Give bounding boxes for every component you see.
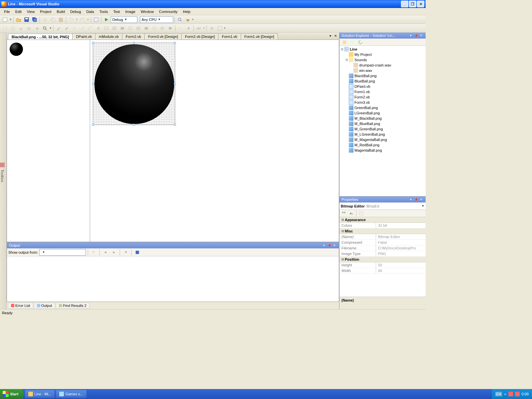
- tree-file[interactable]: BlueBall.png: [340, 78, 425, 84]
- size-large-button[interactable]: [185, 25, 192, 32]
- properties-object-selector[interactable]: Bitmap EditorIBmpEd ▼: [339, 202, 426, 210]
- output-source-dropdown[interactable]: ▼: [39, 249, 86, 256]
- spray-tool[interactable]: [71, 25, 78, 32]
- paste-button[interactable]: [57, 16, 65, 23]
- output-prev-button[interactable]: ◂: [102, 249, 109, 256]
- brush-tool[interactable]: [63, 25, 70, 32]
- tree-file[interactable]: M_RedBall.png: [340, 142, 425, 148]
- rect-fill-tool[interactable]: [119, 25, 126, 32]
- output-next-button[interactable]: ▸: [110, 249, 118, 256]
- close-button[interactable]: ✕: [417, 1, 424, 7]
- image-canvas[interactable]: [93, 43, 175, 125]
- tree-file[interactable]: MagentaBall.png: [340, 148, 425, 153]
- toolbox-button[interactable]: [184, 16, 192, 23]
- zoom-tool[interactable]: [41, 25, 49, 32]
- tree-file[interactable]: LGreenBall.png: [340, 110, 425, 116]
- solution-properties-button[interactable]: [341, 39, 348, 46]
- tree-file[interactable]: M_BlackBall.png: [340, 116, 425, 121]
- doctab-form2-design[interactable]: Form2.vb [Design]: [181, 33, 218, 40]
- tree-sound-file[interactable]: win.wav: [340, 68, 425, 73]
- props-cat-appearance[interactable]: ⊟Appearance: [339, 217, 426, 223]
- save-button[interactable]: [23, 16, 30, 23]
- rect-outline-tool[interactable]: [103, 25, 110, 32]
- props-alphabetical-button[interactable]: A↓: [348, 210, 355, 217]
- config-dropdown[interactable]: Debug▼: [111, 16, 137, 23]
- properties-header[interactable]: Properties ▾ 📌 ✕: [339, 197, 426, 202]
- menu-project[interactable]: Project: [37, 9, 54, 14]
- text-tool[interactable]: A: [95, 25, 102, 32]
- save-all-button[interactable]: [31, 16, 38, 23]
- menu-window[interactable]: Window: [138, 9, 156, 14]
- menu-view[interactable]: View: [24, 9, 38, 14]
- round-rect-fill-tool[interactable]: [143, 25, 150, 32]
- solution-showall-button[interactable]: [349, 39, 356, 46]
- doctab-form3-design[interactable]: Form3.vb [Design]: [144, 33, 182, 40]
- start-debug-button[interactable]: [103, 16, 110, 23]
- props-row-width[interactable]: Width50: [339, 268, 426, 274]
- nav-button[interactable]: [92, 16, 100, 23]
- rect-fill-outline-tool[interactable]: [111, 25, 118, 32]
- output-pin-button[interactable]: 📌: [327, 243, 332, 248]
- properties-pin-button[interactable]: 📌: [414, 197, 418, 202]
- image-canvas-pane[interactable]: [90, 40, 339, 242]
- tree-file[interactable]: M_LGreenBall.png: [340, 132, 425, 137]
- minimize-button[interactable]: _: [401, 1, 408, 7]
- grid-button[interactable]: [208, 25, 215, 32]
- redo-button[interactable]: [79, 16, 86, 23]
- resize-handle-s[interactable]: [133, 124, 135, 126]
- output-wrap-button[interactable]: [134, 249, 141, 256]
- output-dropdown-button[interactable]: ▾: [322, 243, 326, 248]
- menu-image[interactable]: Image: [123, 9, 138, 14]
- tree-file[interactable]: DPaint.vb: [340, 84, 425, 89]
- props-row-colors[interactable]: Colors32 bit: [339, 223, 426, 228]
- doctab-dpaint[interactable]: DPaint.vb: [72, 33, 95, 40]
- tree-sounds[interactable]: ⊟Sounds: [340, 57, 425, 63]
- doctab-blackball[interactable]: BlackBall.png - ...50, 32 bit, PNG]: [8, 34, 72, 40]
- tree-file[interactable]: M_GreenBall.png: [340, 126, 425, 132]
- restore-button[interactable]: ❐: [409, 1, 416, 7]
- props-row-imagetype[interactable]: Image TypePNG: [339, 251, 426, 257]
- round-rect-tool[interactable]: [127, 25, 134, 32]
- open-file-button[interactable]: [15, 16, 22, 23]
- platform-dropdown[interactable]: Any CPU▼: [140, 16, 173, 23]
- image-preview-pane[interactable]: [7, 40, 90, 242]
- color-picker-tool[interactable]: [17, 25, 25, 32]
- tab-error-list[interactable]: Error List: [8, 303, 33, 309]
- menu-help[interactable]: Help: [180, 9, 193, 14]
- tree-file[interactable]: Form1.vb: [340, 89, 425, 94]
- output-header[interactable]: Output ▾ 📌 ✕: [7, 242, 339, 248]
- solution-explorer-header[interactable]: Solution Explorer - Solution 'Lin... ▾ 📌…: [339, 33, 426, 39]
- toolbox-tab[interactable]: Toolbox: [0, 33, 7, 309]
- solution-tree[interactable]: ⊟Line My Project ⊟Sounds drumpad-crash.w…: [339, 46, 426, 196]
- output-clear-button[interactable]: ✕: [122, 249, 129, 256]
- output-close-button[interactable]: ✕: [332, 243, 337, 248]
- solution-pin-button[interactable]: 📌: [414, 33, 418, 38]
- tree-my-project[interactable]: My Project: [340, 52, 425, 57]
- tree-file[interactable]: M_MagentaBall.png: [340, 137, 425, 142]
- props-pages-button[interactable]: [357, 210, 365, 217]
- tree-root[interactable]: ⊟Line: [340, 47, 425, 52]
- menu-data[interactable]: Data: [84, 9, 97, 14]
- solution-close-button[interactable]: ✕: [419, 33, 424, 38]
- menu-debug[interactable]: Debug: [67, 9, 83, 14]
- fill-tool[interactable]: [33, 25, 41, 32]
- props-row-height[interactable]: Height50: [339, 262, 426, 268]
- select-irregular-tool[interactable]: [9, 25, 17, 32]
- tree-sound-file[interactable]: drumpad-crash.wav: [340, 63, 425, 68]
- props-row-compressed[interactable]: CompressedFalse: [339, 240, 426, 245]
- props-row-filename[interactable]: FilenameD:\MyDocs\DesktopPro: [339, 245, 426, 251]
- size-small-button[interactable]: [177, 25, 184, 32]
- tree-file[interactable]: BlackBall.png: [340, 73, 425, 78]
- ellipse-outline-tool[interactable]: [151, 25, 158, 32]
- doctabs-close-button[interactable]: ✕: [333, 33, 338, 38]
- doctabs-dropdown-button[interactable]: ▾: [328, 33, 332, 38]
- properties-dropdown-button[interactable]: ▾: [408, 197, 413, 202]
- copy-button[interactable]: [49, 16, 57, 23]
- more-button[interactable]: [216, 25, 223, 32]
- resize-handle-n[interactable]: [133, 42, 135, 44]
- menu-tools[interactable]: Tools: [97, 9, 111, 14]
- doctab-form1-design[interactable]: Form1.vb [Design]: [241, 33, 278, 40]
- props-row-name[interactable]: (Name)Bitmap Editor: [339, 234, 426, 240]
- cut-button[interactable]: [41, 16, 49, 23]
- tree-file[interactable]: M_BlueBall.png: [340, 121, 425, 126]
